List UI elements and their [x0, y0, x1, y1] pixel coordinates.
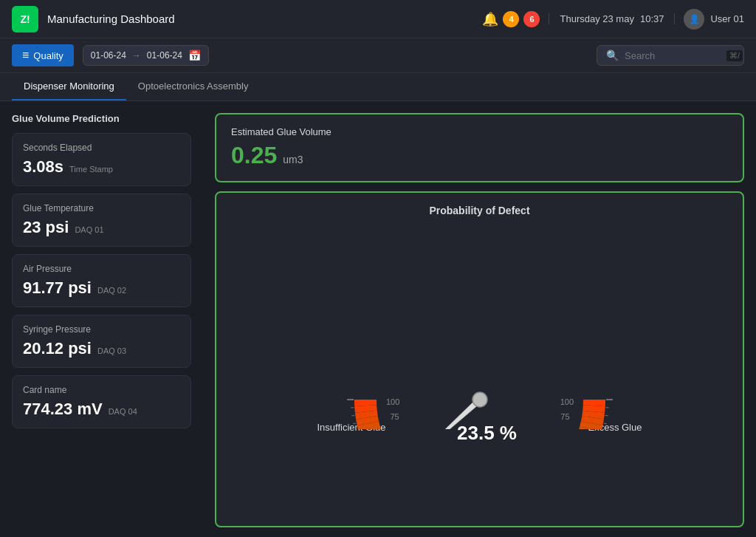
metric-label-2: Air Pressure — [23, 264, 180, 274]
metric-card-syringe-pressure: Syringe Pressure 20.12 psi DAQ 03 — [12, 315, 191, 368]
avatar: 👤 — [684, 9, 704, 30]
metric-card-seconds: Seconds Elapsed 3.08s Time Stamp — [12, 133, 191, 186]
metric-value-1: 23 psi DAQ 01 — [23, 218, 180, 237]
metric-card-air-pressure: Air Pressure 91.77 psi DAQ 02 — [12, 254, 191, 307]
tabs: Dispenser Monitoring Optoelectronics Ass… — [0, 73, 756, 101]
metric-value-3: 20.12 psi DAQ 03 — [23, 339, 180, 358]
metric-card-glue-temp: Glue Temperature 23 psi DAQ 01 — [12, 194, 191, 247]
metric-value-0: 3.08s Time Stamp — [23, 157, 180, 177]
toolbar: Quality 01-06-24 → 01-06-24 📅 🔍 ⌘/ — [0, 38, 756, 73]
metric-label-0: Seconds Elapsed — [23, 143, 180, 153]
quality-button[interactable]: Quality — [12, 44, 74, 66]
tab-optoelectronics[interactable]: Optoelectronics Assembly — [126, 73, 261, 100]
gauge-container: 0252550507575100100 — [303, 222, 657, 429]
svg-text:100: 100 — [560, 397, 573, 406]
right-panel: Estimated Glue Volume 0.25 um3 Probabili… — [203, 101, 756, 537]
metric-card-card-name: Card name 774.23 mV DAQ 04 — [12, 375, 191, 428]
search-shortcut: ⌘/ — [726, 50, 743, 61]
svg-text:100: 100 — [385, 397, 399, 406]
date-from: 01-06-24 — [91, 50, 126, 61]
notification-badge-6[interactable]: 6 — [523, 11, 540, 27]
glue-volume-card: Estimated Glue Volume 0.25 um3 — [215, 113, 744, 182]
glue-value: 0.25 um3 — [231, 142, 728, 169]
notification-group: 🔔 4 6 — [482, 11, 540, 27]
header-right: 🔔 4 6 Thursday 23 may 10:37 👤 User 01 — [482, 9, 744, 30]
search-icon: 🔍 — [606, 49, 619, 61]
left-panel: Glue Volume Prediction Seconds Elapsed 3… — [0, 101, 203, 537]
calendar-icon: 📅 — [188, 49, 201, 61]
main-content: Glue Volume Prediction Seconds Elapsed 3… — [0, 101, 756, 537]
svg-text:75: 75 — [560, 412, 569, 421]
svg-point-61 — [472, 392, 487, 407]
datetime-display: Thursday 23 may 10:37 — [549, 13, 675, 24]
search-input[interactable] — [625, 50, 721, 61]
metric-label-4: Card name — [23, 385, 180, 395]
notification-badge-4[interactable]: 4 — [503, 11, 519, 27]
time-text: 10:37 — [640, 13, 664, 24]
date-range-picker[interactable]: 01-06-24 → 01-06-24 📅 — [83, 45, 209, 66]
header: Z! Manufacturing Dashboard 🔔 4 6 Thursda… — [0, 0, 756, 38]
panel-title: Glue Volume Prediction — [12, 113, 191, 124]
metric-value-2: 91.77 psi DAQ 02 — [23, 278, 180, 298]
gauge-svg: 0252550507575100100 — [303, 222, 657, 429]
svg-line-48 — [605, 415, 608, 416]
metric-value-4: 774.23 mV DAQ 04 — [23, 400, 180, 419]
metric-label-1: Glue Temperature — [23, 203, 180, 213]
bell-icon[interactable]: 🔔 — [482, 11, 498, 27]
svg-line-3 — [353, 423, 356, 424]
arrow-icon: → — [132, 50, 141, 61]
svg-line-47 — [603, 423, 606, 424]
svg-text:75: 75 — [390, 412, 399, 421]
header-title: Manufacturing Dashboard — [47, 13, 482, 25]
username: User 01 — [710, 13, 744, 24]
search-box[interactable]: 🔍 ⌘/ — [597, 45, 744, 66]
tab-dispenser-monitoring[interactable]: Dispenser Monitoring — [12, 73, 126, 100]
glue-card-title: Estimated Glue Volume — [231, 126, 728, 137]
metric-label-3: Syringe Pressure — [23, 324, 180, 335]
user-info: 👤 User 01 — [684, 9, 744, 30]
logo-text: Z! — [20, 13, 30, 25]
svg-line-2 — [351, 415, 354, 416]
svg-marker-60 — [411, 397, 481, 429]
date-text: Thursday 23 may — [560, 13, 633, 24]
gauge-card: Probability of Defect — [215, 191, 744, 527]
gauge-title: Probability of Defect — [429, 205, 529, 216]
date-to: 01-06-24 — [147, 50, 182, 61]
logo: Z! — [12, 6, 38, 33]
